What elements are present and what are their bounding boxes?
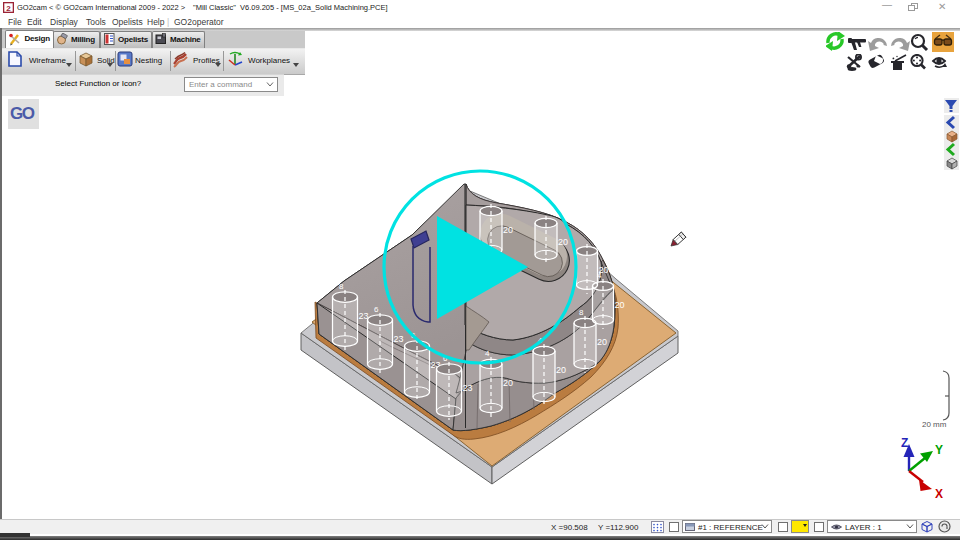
svg-text:20: 20: [599, 265, 609, 275]
svg-text:20: 20: [597, 337, 607, 347]
svg-text:8: 8: [579, 308, 584, 317]
svg-text:20: 20: [503, 225, 513, 235]
svg-text:20: 20: [558, 237, 568, 247]
svg-text:X: X: [935, 487, 943, 501]
svg-text:23: 23: [463, 383, 473, 393]
svg-text:4: 4: [485, 349, 490, 358]
svg-text:23: 23: [394, 334, 404, 344]
svg-text:8: 8: [339, 282, 344, 291]
svg-text:20 mm: 20 mm: [922, 420, 947, 429]
svg-text:6: 6: [374, 305, 379, 314]
svg-text:Z: Z: [901, 436, 908, 450]
svg-text:20: 20: [503, 378, 513, 388]
svg-text:20: 20: [556, 365, 566, 375]
svg-text:20: 20: [615, 300, 625, 310]
svg-text:Y: Y: [935, 443, 943, 457]
svg-text:2: 2: [6, 4, 11, 13]
